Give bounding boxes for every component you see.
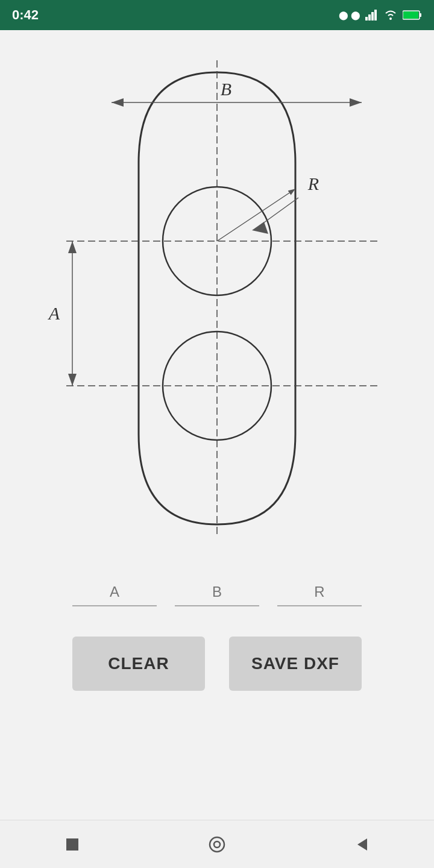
svg-marker-26 <box>357 838 367 851</box>
drawing-area: B A R <box>18 42 416 555</box>
technical-drawing: B A R <box>18 42 416 555</box>
svg-rect-2 <box>371 12 374 20</box>
inputs-area <box>72 579 362 606</box>
signal-icon <box>365 10 379 20</box>
label-b: B <box>221 79 231 99</box>
input-group-a <box>72 579 157 606</box>
input-group-b <box>175 579 259 606</box>
svg-rect-23 <box>66 838 78 851</box>
svg-rect-7 <box>403 11 418 19</box>
save-dxf-button[interactable]: SAVE DXF <box>229 637 362 691</box>
battery-icon <box>403 10 422 20</box>
svg-rect-6 <box>420 13 421 17</box>
svg-point-4 <box>389 17 392 20</box>
clear-button[interactable]: CLEAR <box>72 637 205 691</box>
status-icons: ⬤ ⬤ <box>339 10 422 20</box>
input-r[interactable] <box>277 579 362 606</box>
svg-point-25 <box>214 841 220 848</box>
home-icon <box>208 835 226 854</box>
status-bar: 0:42 ⬤ ⬤ <box>0 0 434 30</box>
input-a[interactable] <box>72 579 157 606</box>
svg-rect-0 <box>365 17 368 20</box>
status-time: 0:42 <box>12 7 39 23</box>
svg-marker-18 <box>68 374 77 386</box>
svg-marker-17 <box>68 241 77 253</box>
label-r: R <box>307 174 319 193</box>
svg-rect-3 <box>374 10 377 20</box>
label-a: A <box>48 303 60 323</box>
stop-icon <box>63 835 81 854</box>
svg-point-24 <box>210 837 224 852</box>
nav-home-button[interactable] <box>202 829 232 860</box>
wifi-icon <box>383 10 398 20</box>
svg-marker-22 <box>252 222 268 234</box>
back-icon <box>353 835 371 854</box>
svg-line-21 <box>259 198 298 226</box>
main-content: B A R <box>0 30 434 820</box>
svg-marker-15 <box>350 98 362 107</box>
buttons-area: CLEAR SAVE DXF <box>72 637 362 691</box>
svg-marker-14 <box>112 98 124 107</box>
svg-rect-1 <box>368 14 371 20</box>
nav-bar <box>0 820 434 868</box>
input-group-r <box>277 579 362 606</box>
sim-icon: ⬤ ⬤ <box>339 10 360 20</box>
input-b[interactable] <box>175 579 259 606</box>
nav-back-button[interactable] <box>347 829 377 860</box>
nav-stop-button[interactable] <box>57 829 87 860</box>
